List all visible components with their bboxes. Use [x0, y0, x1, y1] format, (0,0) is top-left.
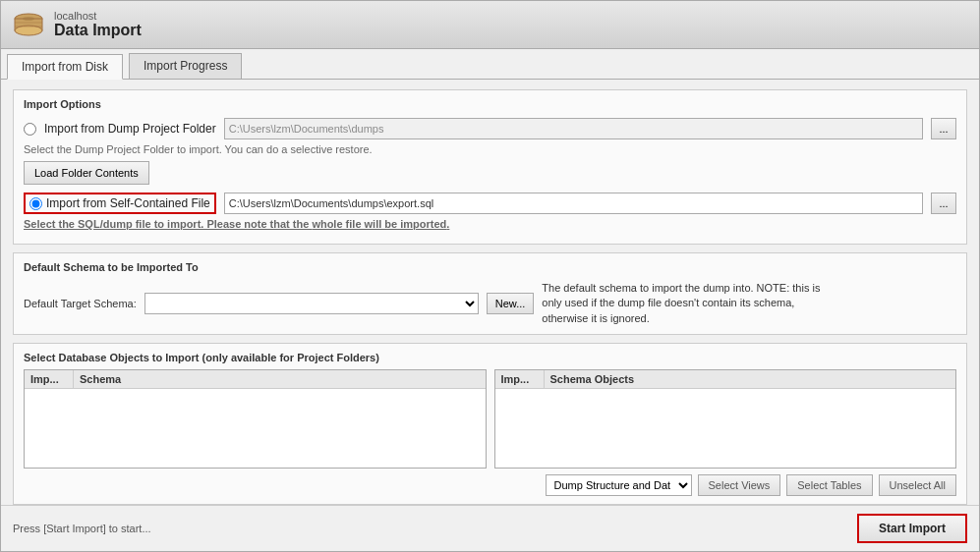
disk-icon [13, 9, 44, 40]
self-contained-label: Import from Self-Contained File [46, 196, 210, 210]
tab-import-from-disk[interactable]: Import from Disk [7, 54, 123, 80]
start-import-btn[interactable]: Start Import [857, 514, 967, 543]
footer-hint: Press [Start Import] to start... [13, 523, 151, 534]
main-content: Import Options Import from Dump Project … [1, 80, 979, 505]
right-col2-header: Schema Objects [545, 370, 956, 388]
dump-type-select[interactable]: Dump Structure and Dat [546, 474, 692, 496]
hint-suffix: . [446, 218, 449, 230]
hint-bold: whole file will be imported [312, 218, 446, 230]
self-contained-hint: Select the SQL/dump file to import. Plea… [24, 218, 956, 230]
tab-import-progress[interactable]: Import Progress [129, 53, 242, 79]
dump-folder-browse-btn[interactable]: ... [931, 118, 956, 139]
left-col1-header: Imp... [25, 370, 74, 388]
right-col1-header: Imp... [495, 370, 545, 388]
svg-point-2 [15, 26, 42, 35]
load-folder-btn[interactable]: Load Folder Contents [24, 161, 149, 185]
schema-section-title: Default Schema to be Imported To [24, 261, 956, 273]
left-table-header: Imp... Schema [25, 370, 486, 389]
import-options-title: Import Options [24, 98, 956, 110]
dump-folder-hint: Select the Dump Project Folder to import… [24, 143, 956, 155]
self-contained-radio[interactable] [29, 197, 42, 210]
hint-prefix: Select the SQL/dump file to import. Plea… [24, 218, 312, 230]
title-bar-text: localhost Data Import [54, 10, 142, 39]
bottom-controls: Dump Structure and Dat Select Views Sele… [24, 474, 956, 496]
dump-folder-label: Import from Dump Project Folder [44, 122, 216, 136]
left-table-panel: Imp... Schema [24, 369, 487, 469]
new-schema-btn[interactable]: New... [487, 293, 535, 314]
self-contained-option: Import from Self-Contained File [24, 193, 216, 214]
load-folder-row: Load Folder Contents [24, 161, 956, 185]
right-table-header: Imp... Schema Objects [495, 370, 956, 389]
footer: Press [Start Import] to start... Start I… [1, 505, 979, 551]
schema-note: The default schema to import the dump in… [542, 281, 836, 326]
main-window: localhost Data Import Import from Disk I… [0, 0, 980, 552]
dump-folder-path[interactable] [224, 118, 923, 139]
schema-row: Default Target Schema: New... The defaul… [24, 281, 956, 326]
self-contained-path[interactable] [224, 193, 923, 214]
tables-container: Imp... Schema Imp... Schema Objects [24, 369, 956, 469]
left-table-body [25, 389, 486, 468]
right-table-panel: Imp... Schema Objects [494, 369, 957, 469]
self-contained-browse-btn[interactable]: ... [931, 193, 956, 214]
db-objects-title: Select Database Objects to Import (only … [24, 352, 956, 363]
server-name: localhost [54, 10, 142, 22]
db-objects-section: Select Database Objects to Import (only … [13, 343, 967, 505]
schema-section: Default Schema to be Imported To Default… [13, 252, 967, 335]
import-options-section: Import Options Import from Dump Project … [13, 89, 967, 245]
select-views-btn[interactable]: Select Views [698, 474, 781, 496]
dump-folder-radio[interactable] [24, 123, 36, 136]
tab-bar: Import from Disk Import Progress [1, 49, 979, 80]
unselect-all-btn[interactable]: Unselect All [879, 474, 956, 496]
self-contained-row: Import from Self-Contained File ... [24, 193, 956, 214]
window-title: Data Import [54, 22, 142, 39]
schema-select[interactable] [144, 293, 479, 314]
dump-folder-row: Import from Dump Project Folder ... [24, 118, 956, 139]
select-tables-btn[interactable]: Select Tables [786, 474, 872, 496]
svg-point-3 [23, 17, 34, 21]
right-table-body [495, 389, 956, 468]
title-bar: localhost Data Import [1, 1, 979, 49]
left-col2-header: Schema [74, 370, 486, 388]
schema-label: Default Target Schema: [24, 298, 137, 309]
